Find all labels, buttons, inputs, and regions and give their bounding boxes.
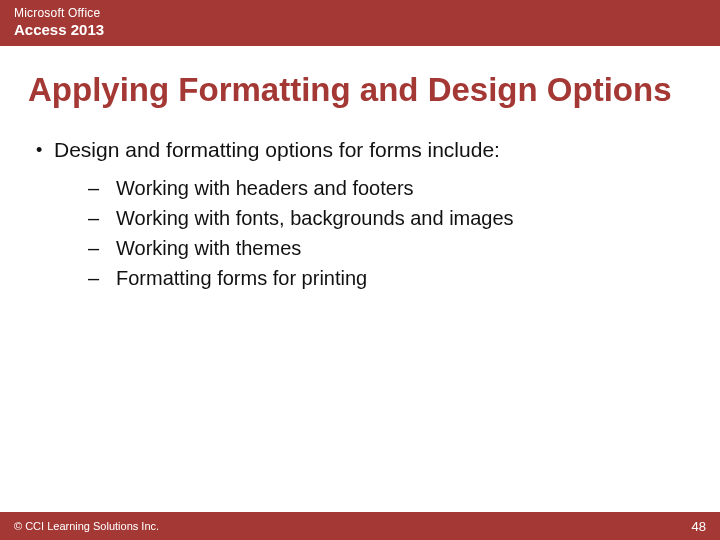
body-area: • Design and formatting options for form…	[0, 118, 720, 294]
bullet-marker: •	[36, 136, 54, 164]
header-product-line: Microsoft Office	[14, 6, 706, 20]
page-number: 48	[692, 519, 706, 534]
sub-bullet-item: – Formatting forms for printing	[88, 264, 690, 292]
header-app-line: Access 2013	[14, 21, 706, 38]
sub-bullet-text: Formatting forms for printing	[116, 264, 367, 292]
footer-copyright: © CCI Learning Solutions Inc.	[14, 520, 159, 532]
sub-bullet-marker: –	[88, 234, 116, 262]
sub-bullet-list: – Working with headers and footers – Wor…	[88, 174, 690, 292]
sub-bullet-item: – Working with fonts, backgrounds and im…	[88, 204, 690, 232]
slide-title: Applying Formatting and Design Options	[28, 72, 692, 108]
bullet-item: • Design and formatting options for form…	[36, 136, 690, 164]
sub-bullet-marker: –	[88, 204, 116, 232]
slide: Microsoft Office Access 2013 Applying Fo…	[0, 0, 720, 540]
sub-bullet-text: Working with fonts, backgrounds and imag…	[116, 204, 514, 232]
sub-bullet-marker: –	[88, 174, 116, 202]
sub-bullet-item: – Working with themes	[88, 234, 690, 262]
sub-bullet-text: Working with headers and footers	[116, 174, 414, 202]
title-area: Applying Formatting and Design Options	[0, 46, 720, 118]
sub-bullet-text: Working with themes	[116, 234, 301, 262]
bullet-text: Design and formatting options for forms …	[54, 136, 500, 164]
header-bar: Microsoft Office Access 2013	[0, 0, 720, 46]
sub-bullet-item: – Working with headers and footers	[88, 174, 690, 202]
sub-bullet-marker: –	[88, 264, 116, 292]
footer-bar: © CCI Learning Solutions Inc. 48	[0, 512, 720, 540]
